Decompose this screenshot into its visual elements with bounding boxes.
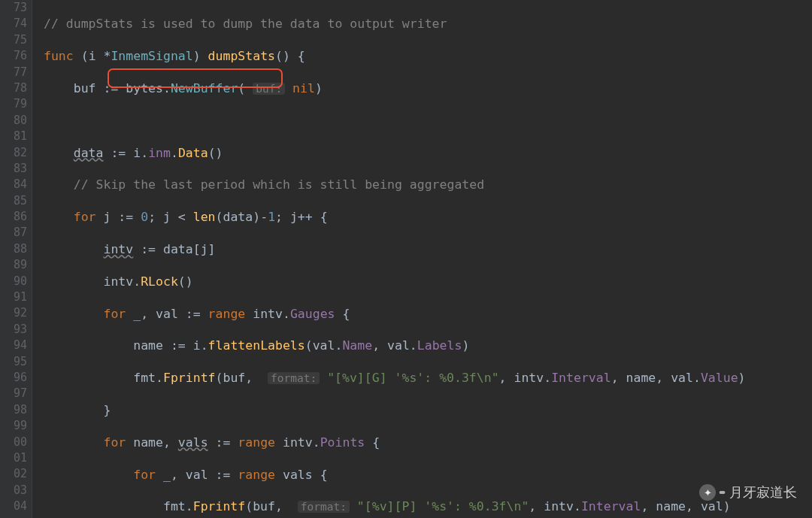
line-number: 97 — [0, 386, 27, 401]
code-line[interactable]: } — [44, 402, 812, 418]
code-line[interactable]: name := i.flattenLabels(val.Name, val.La… — [44, 338, 812, 353]
line-number: 03 — [0, 483, 27, 498]
line-number-gutter: 73 74 75 76 77 78 79 80 81 82 83 84 85 8… — [0, 0, 32, 518]
watermark-text: 月牙寂道长 — [729, 483, 797, 501]
line-number: 86 — [0, 209, 27, 225]
line-number: 90 — [0, 274, 27, 289]
inlay-hint: format: — [268, 372, 320, 384]
code-line[interactable]: fmt.Fprintf(buf, format: "[%v][G] '%s': … — [44, 370, 812, 386]
line-number: 79 — [0, 96, 27, 112]
line-number: 81 — [0, 129, 27, 144]
code-line[interactable]: func (i *InmemSignal) dumpStats() { — [44, 48, 812, 64]
line-number: 76 — [0, 48, 27, 64]
line-number: 89 — [0, 257, 27, 273]
code-editor[interactable]: 73 74 75 76 77 78 79 80 81 82 83 84 85 8… — [0, 0, 812, 518]
line-number: 96 — [0, 370, 27, 386]
code-line[interactable] — [44, 113, 812, 129]
inlay-hint: buf: — [253, 83, 285, 95]
code-line[interactable]: for _, val := range vals { — [44, 467, 812, 483]
line-number: 04 — [0, 498, 27, 514]
line-number: 01 — [0, 450, 27, 466]
code-line[interactable]: // Skip the last period which is still b… — [44, 177, 812, 192]
line-number: 77 — [0, 65, 27, 80]
line-number: 78 — [0, 80, 27, 96]
code-line[interactable]: buf := bytes.NewBuffer( buf: nil) — [44, 80, 812, 96]
watermark: ✦••• 月牙寂道长 — [699, 483, 797, 501]
code-line[interactable]: intv := data[j] — [44, 241, 812, 257]
line-number: 84 — [0, 177, 27, 192]
code-line[interactable]: fmt.Fprintf(buf, format: "[%v][P] '%s': … — [44, 498, 812, 514]
line-number: 98 — [0, 402, 27, 418]
line-number: 99 — [0, 418, 27, 434]
code-line[interactable]: // dumpStats is used to dump the data to… — [44, 16, 812, 32]
code-line[interactable]: intv.RLock() — [44, 274, 812, 289]
wechat-icon: ✦ — [699, 484, 716, 501]
line-number: 73 — [0, 0, 27, 16]
line-number: 75 — [0, 32, 27, 48]
code-line[interactable]: for name, vals := range intv.Points { — [44, 435, 812, 450]
gutter-border — [32, 0, 39, 518]
inlay-hint: format: — [298, 501, 350, 513]
code-line[interactable]: for j := 0; j < len(data)-1; j++ { — [44, 209, 812, 225]
line-number: 02 — [0, 466, 27, 482]
line-number: 88 — [0, 241, 27, 257]
code-line[interactable]: for _, val := range intv.Gauges { — [44, 306, 812, 322]
line-number: 83 — [0, 161, 27, 177]
ellipsis-icon: ••• — [719, 486, 723, 498]
line-number: 80 — [0, 113, 27, 129]
line-number: 91 — [0, 289, 27, 305]
line-number: 74 — [0, 16, 27, 32]
code-line[interactable]: data := i.inm.Data() — [44, 145, 812, 161]
line-number: 85 — [0, 193, 27, 209]
line-number: 87 — [0, 225, 27, 241]
line-number: 92 — [0, 305, 27, 321]
line-number: 82 — [0, 145, 27, 161]
line-number: 93 — [0, 322, 27, 338]
line-number: 00 — [0, 435, 27, 450]
code-area[interactable]: // dumpStats is used to dump the data to… — [39, 0, 812, 518]
line-number: 94 — [0, 338, 27, 353]
line-number: 95 — [0, 354, 27, 370]
